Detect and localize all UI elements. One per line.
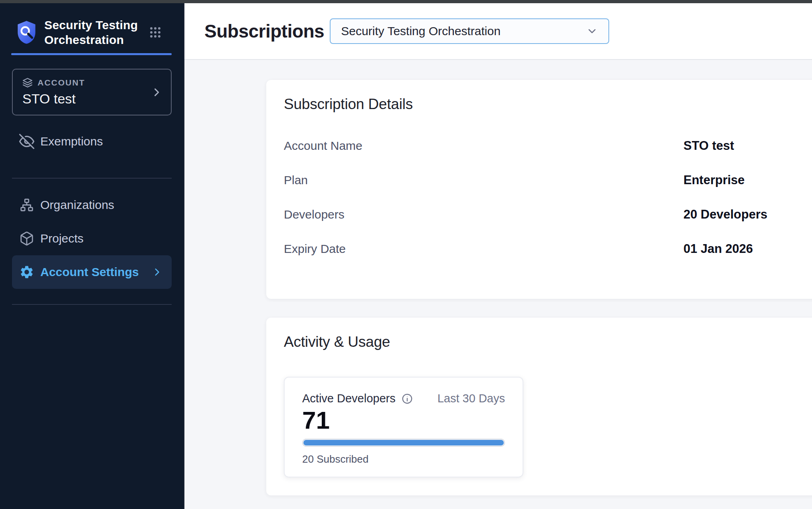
subscription-details-card: Subscription Details Account Name STO te… — [266, 80, 812, 299]
subscribed-count-label: 20 Subscribed — [302, 453, 505, 465]
sidebar-item-label: Organizations — [40, 198, 114, 212]
account-name: STO test — [22, 91, 161, 107]
module-select-value: Security Testing Orchestration — [341, 24, 501, 38]
activity-usage-title: Activity & Usage — [284, 334, 805, 350]
main-area: Subscriptions Security Testing Orchestra… — [184, 3, 812, 509]
stat-card-header: Active Developers Last 30 Days — [302, 392, 505, 405]
sidebar-item-projects[interactable]: Projects — [12, 222, 172, 255]
account-scope-card[interactable]: ACCOUNT STO test — [12, 69, 172, 115]
sidebar-divider — [12, 304, 172, 305]
module-brand: Security Testing Orchestration — [0, 3, 184, 47]
chevron-right-icon — [151, 87, 162, 98]
window-top-strip — [0, 0, 812, 3]
detail-label: Expiry Date — [284, 242, 683, 256]
stat-period-label: Last 30 Days — [438, 392, 505, 405]
brand-accent-underline — [11, 53, 172, 55]
account-scope-label: ACCOUNT — [38, 78, 85, 87]
sidebar-item-label: Account Settings — [40, 265, 139, 279]
gear-icon — [19, 264, 34, 280]
active-developers-progress-track — [302, 439, 505, 447]
info-icon[interactable] — [401, 393, 413, 405]
projects-icon — [19, 231, 34, 246]
active-developers-count: 71 — [302, 408, 505, 433]
detail-value: Enterprise — [683, 173, 745, 187]
detail-value: STO test — [683, 139, 734, 153]
detail-value: 20 Developers — [683, 207, 767, 222]
sidebar-divider — [12, 178, 172, 179]
module-switcher-grid-icon[interactable] — [149, 26, 162, 39]
page-header: Subscriptions Security Testing Orchestra… — [184, 3, 812, 60]
subscription-details-title: Subscription Details — [284, 96, 805, 113]
page-content: Subscription Details Account Name STO te… — [184, 60, 812, 509]
detail-row-expiry-date: Expiry Date 01 Jan 2026 — [284, 241, 805, 257]
page-title: Subscriptions — [204, 20, 324, 42]
active-developers-progress-fill — [303, 440, 504, 445]
eye-off-icon — [19, 134, 34, 149]
sto-shield-logo-icon — [16, 20, 37, 45]
app-root: Security Testing Orchestration — [0, 3, 812, 509]
active-developers-label: Active Developers — [302, 392, 396, 405]
detail-label: Plan — [284, 173, 683, 187]
detail-row-plan: Plan Enterprise — [284, 172, 805, 189]
sidebar-item-organizations[interactable]: Organizations — [12, 188, 172, 222]
sidebar-item-account-settings[interactable]: Account Settings — [12, 255, 172, 289]
sidebar: Security Testing Orchestration — [0, 3, 184, 509]
sidebar-item-exemptions[interactable]: Exemptions — [12, 127, 172, 155]
module-title: Security Testing Orchestration — [44, 18, 138, 47]
layers-icon — [22, 78, 33, 88]
activity-usage-card: Activity & Usage Active Developers Last … — [266, 318, 812, 495]
chevron-right-icon — [152, 267, 162, 277]
detail-row-developers: Developers 20 Developers — [284, 206, 805, 223]
detail-label: Developers — [284, 208, 683, 221]
detail-value: 01 Jan 2026 — [683, 242, 753, 256]
chevron-down-icon — [586, 25, 598, 37]
sidebar-nav-list: Organizations Projects — [0, 179, 184, 289]
detail-label: Account Name — [284, 139, 683, 153]
sidebar-item-label: Projects — [40, 232, 83, 245]
sidebar-item-label: Exemptions — [40, 135, 103, 148]
organizations-icon — [19, 197, 34, 213]
active-developers-stat-card: Active Developers Last 30 Days 71 — [284, 377, 523, 477]
detail-row-account-name: Account Name STO test — [284, 137, 805, 154]
module-select-dropdown[interactable]: Security Testing Orchestration — [330, 18, 609, 44]
